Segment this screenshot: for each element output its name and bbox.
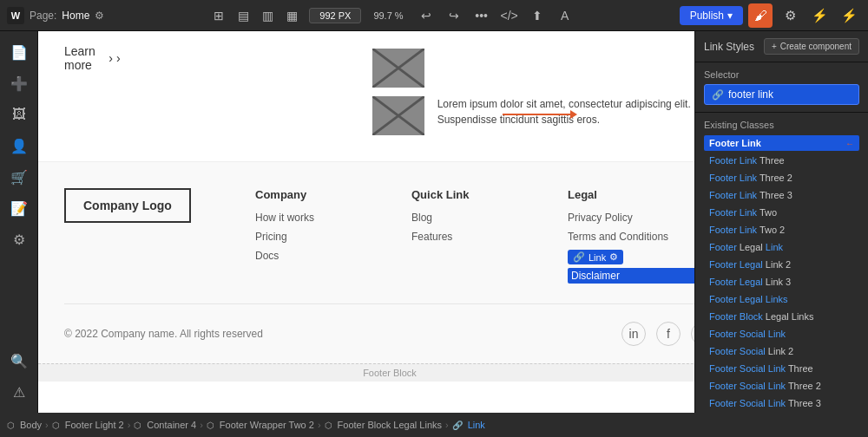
more-icon[interactable]: ••• (471, 5, 492, 26)
class-item-footer-link-three2[interactable]: Footer Link Three 2 (704, 170, 859, 186)
footer-link-privacy[interactable]: Privacy Policy (568, 212, 694, 224)
class-text: Footer Link Three 2 (709, 173, 792, 183)
arrow-icon: › (108, 51, 113, 65)
footer-legal-title: Legal (568, 188, 694, 201)
class-item-footer-legal-link2[interactable]: Footer Legal Link 2 (704, 257, 859, 272)
class-item-footer-social-link2[interactable]: Footer Social Link 2 (704, 343, 859, 359)
class-item-footer-social-link-three2[interactable]: Footer Social Link Three 2 (704, 378, 859, 394)
footer-link-pricing[interactable]: Pricing (255, 231, 394, 243)
class-list: Footer Link ← Footer Link Three Footer L… (704, 135, 859, 411)
class-text: Footer Legal Links (709, 294, 788, 304)
panel-header: Link Styles + Create component (695, 31, 868, 62)
footer-link-features[interactable]: Features (411, 231, 550, 243)
social-twitter-icon[interactable]: 🐦 (691, 322, 694, 346)
footer-link-docs[interactable]: Docs (255, 250, 394, 262)
bc-container-label: Container 4 (147, 420, 196, 430)
bc-link[interactable]: 🔗 Link (452, 420, 485, 430)
social-icons: in f 🐦 (621, 322, 694, 346)
link-settings-icon[interactable]: ⚙ (609, 251, 618, 263)
footer-copyright: © 2022 Company name. All rights reserved (64, 328, 263, 340)
redo-icon[interactable]: ↪ (444, 5, 464, 26)
footer-link-howitworks[interactable]: How it works (255, 212, 394, 224)
text-icon[interactable]: A (555, 5, 575, 26)
class-item-footer-link-three3[interactable]: Footer Link Three 3 (704, 187, 859, 203)
class-item-footer-social-link-three[interactable]: Footer Social Link Three (704, 361, 859, 376)
sidebar-item-store[interactable]: 🛒 (5, 163, 33, 191)
share-icon[interactable]: ⬆ (527, 5, 548, 26)
sidebar-item-media[interactable]: 🖼 (5, 101, 33, 128)
social-facebook-icon[interactable]: f (656, 322, 681, 346)
code-icon[interactable]: </> (499, 5, 520, 26)
bc-sep-1: › (45, 420, 49, 430)
selector-section: Selector 🔗 (695, 62, 868, 113)
bc-footer-block-label: Footer Block Legal Links (338, 420, 442, 430)
layers-icon[interactable]: ⚡ (807, 3, 832, 28)
brush-icon[interactable]: 🖌 (748, 3, 773, 28)
class-text: Footer Link Two (709, 207, 777, 218)
learn-more-link[interactable]: Learn more › (64, 44, 121, 72)
class-item-footer-legal-links[interactable]: Footer Legal Links (704, 291, 859, 307)
footer-company-col: Company How it works Pricing Docs (255, 188, 394, 290)
article-list: Lorem ipsum dolor sit amet, consectetur … (355, 40, 694, 144)
class-item-footer-legal-link3[interactable]: Footer Legal Link 3 (704, 274, 859, 290)
sidebar-item-settings[interactable]: ⚙ (5, 225, 33, 253)
company-logo: Company Logo (64, 188, 191, 223)
link-label: Link (589, 252, 606, 263)
selector-link-icon: 🔗 (712, 89, 724, 101)
sidebar-item-warning[interactable]: ⚠ (5, 378, 33, 406)
class-text: Footer Link (709, 138, 761, 148)
class-item-footer-social-link-three3[interactable]: Footer Social Link Three 3 (704, 395, 859, 411)
footer-logo-col: Company Logo (64, 188, 238, 290)
footer-link-terms[interactable]: Terms and Conditions (568, 231, 694, 243)
footer-legal-col: Legal Privacy Policy Terms and Condition… (568, 188, 694, 290)
top-bar: W Page: Home ⚙ ⊞ ▤ ▥ ▦ 992 PX 99.7 % ↩ ↪… (0, 0, 868, 31)
article-item-1 (372, 49, 694, 88)
sidebar-item-pages[interactable]: 📄 (5, 38, 33, 66)
page-settings-icon[interactable]: ⚙ (95, 10, 104, 22)
sidebar-item-contacts[interactable]: 👤 (5, 132, 33, 160)
class-item-footer-link[interactable]: Footer Link ← (704, 135, 859, 151)
bc-footer-block[interactable]: ⬡ Footer Block Legal Links (325, 420, 442, 430)
top-bar-right: Publish ▾ 🖌 ⚙ ⚡ ⚡ (680, 3, 861, 28)
flash-icon[interactable]: ⚡ (837, 3, 861, 28)
dimension-input[interactable]: 992 PX (309, 8, 361, 23)
bc-fl-icon: ⬡ (52, 421, 60, 430)
class-item-footer-social-link[interactable]: Footer Social Link (704, 326, 859, 342)
layout-icon-1[interactable]: ⊞ (208, 5, 229, 26)
sidebar-item-search[interactable]: 🔍 (5, 347, 33, 375)
class-item-footer-link-two2[interactable]: Footer Link Two 2 (704, 222, 859, 238)
class-item-footer-block-legal[interactable]: Footer Block Legal Links (704, 309, 859, 324)
footer-link-blog[interactable]: Blog (411, 212, 550, 224)
bc-c4-icon: ⬡ (134, 421, 141, 430)
layout-icon-3[interactable]: ▥ (257, 5, 278, 26)
layout-icon-4[interactable]: ▦ (281, 5, 302, 26)
class-item-footer-link-three[interactable]: Footer Link Three (704, 153, 859, 168)
publish-button[interactable]: Publish ▾ (680, 6, 743, 25)
social-linkedin-icon[interactable]: in (621, 322, 646, 346)
class-item-footer-link-two[interactable]: Footer Link Two (704, 205, 859, 220)
class-text: Footer Social Link 2 (709, 346, 793, 356)
selector-input[interactable] (728, 88, 858, 101)
panel-title: Link Styles (704, 41, 754, 53)
left-sidebar: 📄 ➕ 🖼 👤 🛒 📝 ⚙ 🔍 ⚠ (0, 31, 38, 413)
bc-body[interactable]: ⬡ Body (7, 420, 42, 430)
bc-container[interactable]: ⬡ Container 4 (134, 420, 196, 430)
sidebar-item-add[interactable]: ➕ (5, 69, 33, 97)
bc-footer-wrapper[interactable]: ⬡ Footer Wrapper Two 2 (207, 420, 314, 430)
footer-link-disclaimer[interactable]: Disclaimer (568, 268, 694, 284)
breadcrumb-bar: ⬡ Body › ⬡ Footer Light 2 › ⬡ Container … (0, 413, 868, 437)
selector-input-row[interactable]: 🔗 (704, 84, 859, 105)
undo-icon[interactable]: ↩ (416, 5, 437, 26)
layout-icon-2[interactable]: ▤ (233, 5, 253, 26)
bc-fb-icon: ⬡ (325, 421, 332, 430)
create-component-button[interactable]: + Create component (764, 38, 859, 55)
class-item-footer-legal-link[interactable]: Footer Legal Link (704, 239, 859, 255)
canvas-area[interactable]: Learn more › (38, 31, 694, 413)
settings-icon[interactable]: ⚙ (778, 3, 802, 28)
selector-arrow (503, 114, 572, 115)
sidebar-item-blog[interactable]: 📝 (5, 194, 33, 222)
page-name: Home (62, 10, 89, 22)
bc-sep-3: › (200, 420, 203, 430)
bc-footer-light[interactable]: ⬡ Footer Light 2 (52, 420, 124, 430)
link-context-toolbar[interactable]: 🔗 Link ⚙ (568, 250, 623, 264)
